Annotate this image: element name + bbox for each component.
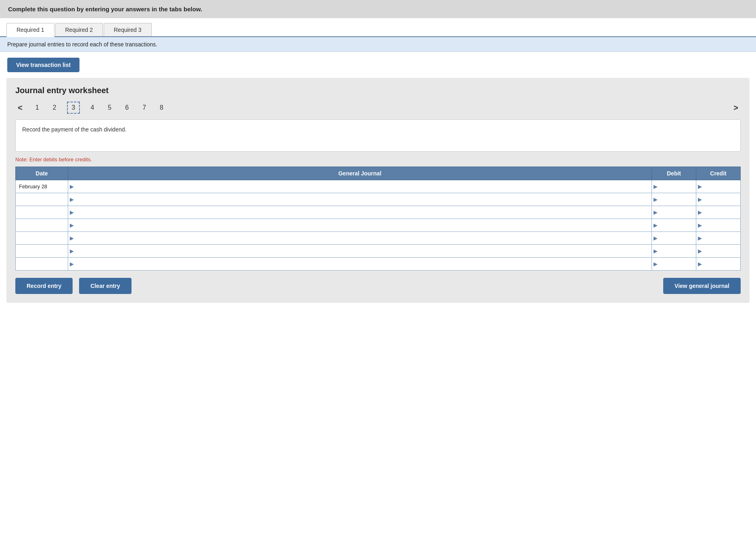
credit-arrow-icon-1: ▶ [696, 196, 704, 202]
nav-number-3[interactable]: 3 [67, 102, 80, 114]
journal-arrow-icon-5: ▶ [68, 248, 75, 254]
credit-cell-4[interactable]: ▶ [696, 232, 741, 245]
credit-input-0[interactable] [704, 180, 740, 193]
journal-input-6[interactable] [75, 258, 652, 270]
worksheet-title: Journal entry worksheet [15, 86, 741, 95]
nav-number-8[interactable]: 8 [157, 102, 167, 113]
view-transaction-area: View transaction list [7, 58, 79, 72]
journal-cell-4[interactable]: ▶ [68, 232, 652, 245]
date-cell-3 [16, 219, 68, 232]
date-cell-1 [16, 193, 68, 206]
top-banner: Complete this question by entering your … [0, 0, 756, 18]
debit-cell-5[interactable]: ▶ [652, 245, 696, 258]
tab-required-3[interactable]: Required 3 [104, 23, 152, 36]
debit-input-4[interactable] [659, 232, 696, 244]
nav-number-4[interactable]: 4 [87, 102, 97, 113]
credit-input-4[interactable] [704, 232, 740, 244]
date-cell-5 [16, 245, 68, 258]
table-row: ▶▶▶ [16, 232, 741, 245]
credit-cell-0[interactable]: ▶ [696, 180, 741, 193]
table-row: February 28▶▶▶ [16, 180, 741, 193]
date-cell-6 [16, 258, 68, 271]
debit-arrow-icon-0: ▶ [652, 183, 659, 190]
debit-cell-0[interactable]: ▶ [652, 180, 696, 193]
debit-input-1[interactable] [659, 193, 696, 206]
debit-cell-6[interactable]: ▶ [652, 258, 696, 271]
bottom-buttons: Record entry Clear entry View general jo… [15, 278, 741, 294]
journal-cell-1[interactable]: ▶ [68, 193, 652, 206]
credit-arrow-icon-5: ▶ [696, 248, 704, 254]
credit-input-6[interactable] [704, 258, 740, 270]
debit-input-2[interactable] [659, 206, 696, 219]
date-cell-0: February 28 [16, 180, 68, 193]
debit-cell-2[interactable]: ▶ [652, 206, 696, 219]
tab-required-1[interactable]: Required 1 [6, 23, 54, 37]
journal-arrow-icon-6: ▶ [68, 261, 75, 267]
debit-cell-3[interactable]: ▶ [652, 219, 696, 232]
journal-input-3[interactable] [75, 219, 652, 231]
debit-input-6[interactable] [659, 258, 696, 270]
journal-arrow-icon-3: ▶ [68, 222, 75, 228]
journal-input-0[interactable] [75, 180, 652, 193]
debit-arrow-icon-2: ▶ [652, 209, 659, 215]
credit-arrow-icon-4: ▶ [696, 235, 704, 241]
nav-number-1[interactable]: 1 [32, 102, 42, 113]
table-row: ▶▶▶ [16, 193, 741, 206]
nav-row: < 1 2 3 4 5 6 7 8 > [15, 102, 741, 114]
banner-text: Complete this question by entering your … [8, 6, 202, 13]
credit-input-1[interactable] [704, 193, 740, 206]
nav-prev-button[interactable]: < [15, 102, 25, 113]
clear-entry-button[interactable]: Clear entry [79, 278, 131, 294]
journal-arrow-icon-4: ▶ [68, 235, 75, 241]
journal-cell-2[interactable]: ▶ [68, 206, 652, 219]
col-header-credit: Credit [696, 167, 741, 180]
view-transaction-button[interactable]: View transaction list [7, 58, 79, 72]
date-cell-2 [16, 206, 68, 219]
view-general-journal-button[interactable]: View general journal [663, 278, 741, 294]
description-text: Record the payment of the cash dividend. [22, 126, 126, 133]
debit-arrow-icon-1: ▶ [652, 196, 659, 202]
credit-arrow-icon-3: ▶ [696, 222, 704, 228]
credit-cell-5[interactable]: ▶ [696, 245, 741, 258]
credit-input-2[interactable] [704, 206, 740, 219]
credit-input-3[interactable] [704, 219, 740, 231]
debit-arrow-icon-3: ▶ [652, 222, 659, 228]
journal-input-2[interactable] [75, 206, 652, 219]
tabs-row: Required 1 Required 2 Required 3 [0, 18, 756, 37]
description-box: Record the payment of the cash dividend. [15, 119, 741, 152]
record-entry-button[interactable]: Record entry [15, 278, 73, 294]
col-header-date: Date [16, 167, 68, 180]
nav-number-6[interactable]: 6 [122, 102, 132, 113]
table-row: ▶▶▶ [16, 219, 741, 232]
credit-cell-3[interactable]: ▶ [696, 219, 741, 232]
journal-cell-6[interactable]: ▶ [68, 258, 652, 271]
nav-number-7[interactable]: 7 [139, 102, 149, 113]
instruction-text: Prepare journal entries to record each o… [7, 41, 157, 48]
journal-cell-3[interactable]: ▶ [68, 219, 652, 232]
table-row: ▶▶▶ [16, 245, 741, 258]
nav-next-button[interactable]: > [731, 102, 741, 113]
credit-cell-1[interactable]: ▶ [696, 193, 741, 206]
journal-input-5[interactable] [75, 245, 652, 257]
journal-input-1[interactable] [75, 193, 652, 206]
debit-input-3[interactable] [659, 219, 696, 231]
debit-input-0[interactable] [659, 180, 696, 193]
credit-arrow-icon-2: ▶ [696, 209, 704, 215]
instruction-bar: Prepare journal entries to record each o… [0, 37, 756, 52]
journal-table: Date General Journal Debit Credit Februa… [15, 167, 741, 271]
journal-cell-0[interactable]: ▶ [68, 180, 652, 193]
credit-cell-2[interactable]: ▶ [696, 206, 741, 219]
nav-number-5[interactable]: 5 [104, 102, 115, 113]
worksheet-container: Journal entry worksheet < 1 2 3 4 5 6 7 … [6, 78, 750, 303]
journal-cell-5[interactable]: ▶ [68, 245, 652, 258]
credit-arrow-icon-6: ▶ [696, 261, 704, 267]
debit-cell-4[interactable]: ▶ [652, 232, 696, 245]
debit-arrow-icon-6: ▶ [652, 261, 659, 267]
journal-input-4[interactable] [75, 232, 652, 244]
debit-cell-1[interactable]: ▶ [652, 193, 696, 206]
credit-input-5[interactable] [704, 245, 740, 257]
tab-required-2[interactable]: Required 2 [55, 23, 103, 36]
debit-input-5[interactable] [659, 245, 696, 257]
credit-cell-6[interactable]: ▶ [696, 258, 741, 271]
nav-number-2[interactable]: 2 [50, 102, 60, 113]
